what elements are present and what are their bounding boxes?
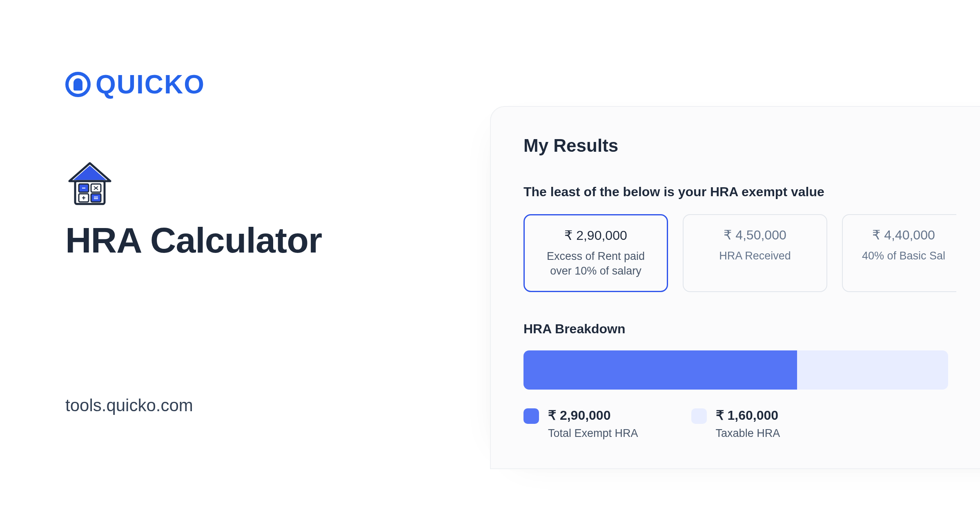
tile-amount: ₹ 4,50,000 [692,227,818,243]
legend-name: Total Exempt HRA [548,427,638,440]
house-calculator-icon [65,161,114,207]
tile-excess-rent[interactable]: ₹ 2,90,000 Excess of Rent paid over 10% … [523,214,668,292]
legend-taxable: ₹ 1,60,000 Taxable HRA [691,408,780,440]
tile-label: Excess of Rent paid over 10% of salary [533,249,659,279]
brand-name: QUICKO [96,69,205,100]
tile-amount: ₹ 2,90,000 [533,228,659,243]
brand-logo: QUICKO [65,69,449,100]
breakdown-heading: HRA Breakdown [523,321,980,337]
svg-rect-7 [91,194,101,202]
tile-amount: ₹ 4,40,000 [851,227,956,243]
legend-exempt: ₹ 2,90,000 Total Exempt HRA [523,408,638,440]
legend-swatch-icon [691,408,707,424]
tile-label: 40% of Basic Sal [851,248,956,263]
results-heading: My Results [523,135,980,156]
page-title: HRA Calculator [65,219,449,261]
breakdown-legend: ₹ 2,90,000 Total Exempt HRA ₹ 1,60,000 T… [523,408,980,440]
results-subhead: The least of the below is your HRA exemp… [523,184,980,199]
results-card: My Results The least of the below is you… [490,106,980,469]
tile-basic-salary-pct[interactable]: ₹ 4,40,000 40% of Basic Sal [842,214,956,292]
legend-value: ₹ 2,90,000 [548,408,638,423]
tile-label: HRA Received [692,248,818,263]
breakdown-bar-exempt [523,350,797,390]
breakdown-bar [523,350,948,390]
tile-hra-received[interactable]: ₹ 4,50,000 HRA Received [683,214,827,292]
legend-swatch-icon [523,408,539,424]
legend-value: ₹ 1,60,000 [716,408,780,423]
brand-logo-icon [65,72,91,97]
legend-name: Taxable HRA [716,427,780,440]
result-tiles: ₹ 2,90,000 Excess of Rent paid over 10% … [523,214,980,292]
site-url: tools.quicko.com [65,396,449,415]
